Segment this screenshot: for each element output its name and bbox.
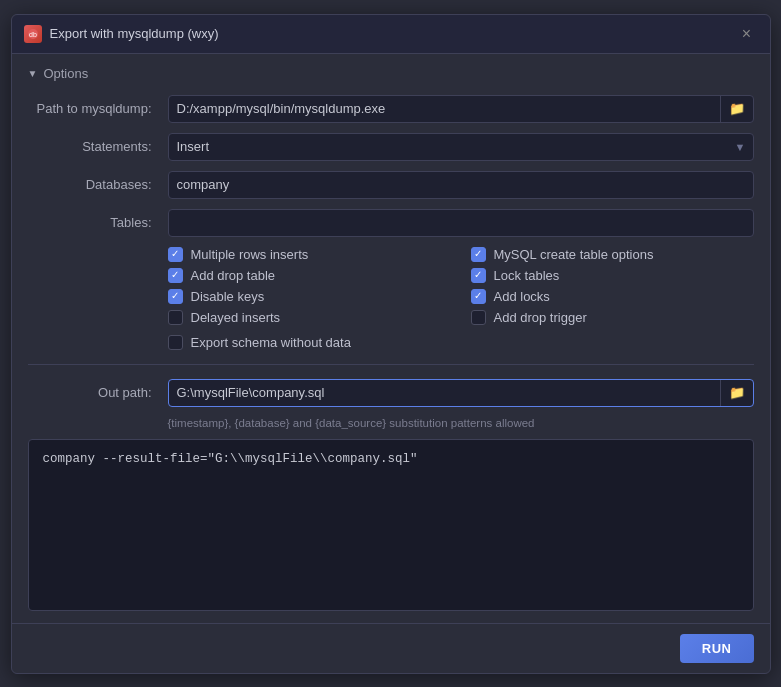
statements-select[interactable]: Insert Replace Extended Insert (168, 133, 754, 161)
checkbox-disable-keys-label[interactable]: Disable keys (191, 289, 265, 304)
statements-row: Statements: Insert Replace Extended Inse… (28, 133, 754, 161)
checkbox-add-drop-trigger: Add drop trigger (471, 310, 754, 325)
out-path-row: Out path: 📁 (28, 379, 754, 407)
dialog-body: ▼ Options Path to mysqldump: 📁 Statement… (12, 54, 770, 623)
databases-input[interactable] (168, 171, 754, 199)
checkbox-mysql-create: MySQL create table options (471, 247, 754, 262)
statements-label: Statements: (28, 139, 158, 154)
checkboxes-section: Multiple rows inserts MySQL create table… (168, 247, 754, 325)
export-schema-row: Export schema without data (168, 335, 754, 350)
checkbox-add-drop-table: Add drop table (168, 268, 451, 283)
folder-icon-2: 📁 (729, 385, 745, 400)
checkbox-lock-tables: Lock tables (471, 268, 754, 283)
command-text: company --result-file="G:\\mysqlFile\\co… (43, 452, 418, 466)
checkbox-add-locks-label[interactable]: Add locks (494, 289, 550, 304)
checkbox-mysql-create-label[interactable]: MySQL create table options (494, 247, 654, 262)
options-label: Options (43, 66, 88, 81)
dialog-title: Export with mysqldump (wxy) (50, 26, 219, 41)
checkbox-mysql-create-input[interactable] (471, 247, 486, 262)
options-chevron-icon: ▼ (28, 68, 38, 79)
options-header: ▼ Options (28, 66, 754, 81)
checkbox-export-schema-label[interactable]: Export schema without data (191, 335, 351, 350)
checkbox-disable-keys-input[interactable] (168, 289, 183, 304)
checkbox-add-drop-table-label[interactable]: Add drop table (191, 268, 276, 283)
close-button[interactable]: × (736, 23, 758, 45)
tables-row: Tables: (28, 209, 754, 237)
databases-row: Databases: (28, 171, 754, 199)
checkbox-add-drop-trigger-label[interactable]: Add drop trigger (494, 310, 587, 325)
checkbox-multiple-rows-input[interactable] (168, 247, 183, 262)
out-path-label: Out path: (28, 385, 158, 400)
out-path-input[interactable] (169, 380, 720, 406)
title-bar: db Export with mysqldump (wxy) × (12, 15, 770, 54)
checkbox-lock-tables-label[interactable]: Lock tables (494, 268, 560, 283)
checkbox-add-drop-table-input[interactable] (168, 268, 183, 283)
run-button[interactable]: RUN (680, 634, 754, 663)
path-label: Path to mysqldump: (28, 101, 158, 116)
out-path-browse-button[interactable]: 📁 (720, 380, 753, 406)
path-browse-button[interactable]: 📁 (720, 96, 753, 122)
path-input-wrapper: 📁 (168, 95, 754, 123)
tables-input[interactable] (168, 209, 754, 237)
checkbox-add-locks: Add locks (471, 289, 754, 304)
checkbox-delayed-inserts-input[interactable] (168, 310, 183, 325)
svg-text:db: db (29, 31, 37, 38)
statements-select-wrapper: Insert Replace Extended Insert ▼ (168, 133, 754, 161)
checkbox-lock-tables-input[interactable] (471, 268, 486, 283)
path-input[interactable] (169, 96, 720, 122)
dialog-footer: RUN (12, 623, 770, 673)
checkbox-add-locks-input[interactable] (471, 289, 486, 304)
command-preview: company --result-file="G:\\mysqlFile\\co… (28, 439, 754, 611)
checkbox-delayed-inserts-label[interactable]: Delayed inserts (191, 310, 281, 325)
checkbox-add-drop-trigger-input[interactable] (471, 310, 486, 325)
databases-label: Databases: (28, 177, 158, 192)
checkbox-export-schema-input[interactable] (168, 335, 183, 350)
hint-text: {timestamp}, {database} and {data_source… (168, 417, 754, 429)
checkbox-delayed-inserts: Delayed inserts (168, 310, 451, 325)
folder-icon: 📁 (729, 101, 745, 116)
checkbox-multiple-rows: Multiple rows inserts (168, 247, 451, 262)
app-icon: db (24, 25, 42, 43)
checkbox-disable-keys: Disable keys (168, 289, 451, 304)
checkbox-multiple-rows-label[interactable]: Multiple rows inserts (191, 247, 309, 262)
dialog-window: db Export with mysqldump (wxy) × ▼ Optio… (11, 14, 771, 674)
title-bar-left: db Export with mysqldump (wxy) (24, 25, 219, 43)
out-path-input-wrapper: 📁 (168, 379, 754, 407)
divider (28, 364, 754, 365)
tables-label: Tables: (28, 215, 158, 230)
path-row: Path to mysqldump: 📁 (28, 95, 754, 123)
